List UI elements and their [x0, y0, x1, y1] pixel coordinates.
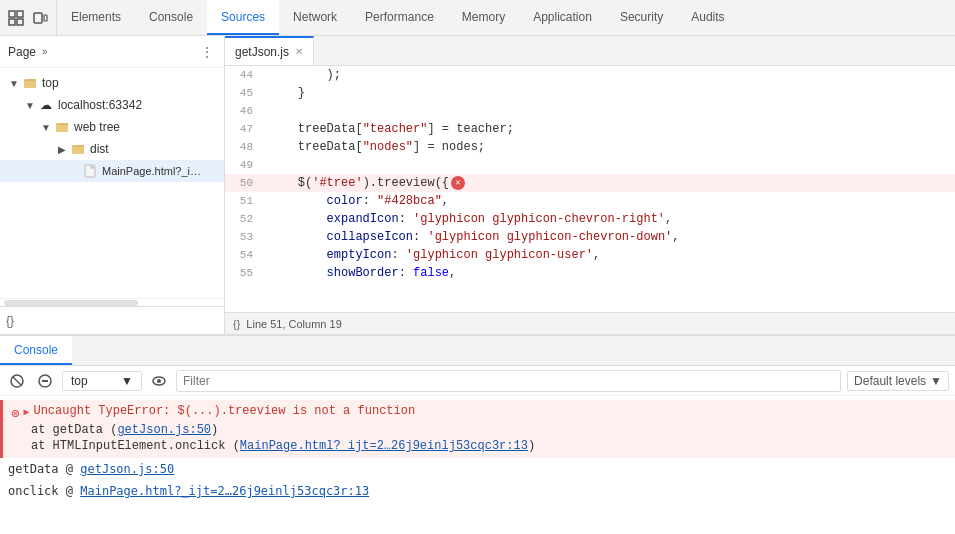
- sidebar-action-icons: ⋮: [198, 43, 216, 61]
- getjson-link-1[interactable]: getJson.js:50: [117, 423, 211, 437]
- sidebar-bottom: {}: [0, 306, 224, 334]
- console-tab-console[interactable]: Console: [0, 336, 72, 365]
- error-stack-line-1: at getData (getJson.js:50): [31, 422, 947, 438]
- mainpage-link-1[interactable]: MainPage.html?_ijt=2…26j9einlj53cqc3r:13: [240, 439, 528, 453]
- console-filter-input[interactable]: [176, 370, 841, 392]
- status-text: Line 51, Column 19: [246, 318, 341, 330]
- tab-console[interactable]: Console: [135, 0, 207, 35]
- console-tab-label: Console: [14, 343, 58, 357]
- code-line-45: 45 }: [225, 84, 955, 102]
- footer-prefix-1: getData @: [8, 462, 80, 476]
- tab-sources[interactable]: Sources: [207, 0, 279, 35]
- tree-label-dist: dist: [90, 142, 109, 156]
- context-select-label: top: [71, 374, 88, 388]
- console-footer-line-2: onclick @ MainPage.html?_ijt=2…26j9einlj…: [0, 480, 955, 502]
- inspect-icon[interactable]: [6, 8, 26, 28]
- code-line-52: 52 expandIcon: 'glyphicon glyphicon-chev…: [225, 210, 955, 228]
- error-header: ⊗ ▶ Uncaught TypeError: $(...).treeview …: [11, 404, 947, 422]
- footer-link-1[interactable]: getJson.js:50: [80, 462, 174, 476]
- code-line-44: 44 );: [225, 66, 955, 84]
- tab-close-icon[interactable]: ✕: [295, 46, 303, 57]
- footer-prefix-2: onclick @: [8, 484, 80, 498]
- tab-security[interactable]: Security: [606, 0, 677, 35]
- svg-rect-4: [34, 13, 42, 23]
- tree-label-top: top: [42, 76, 59, 90]
- tab-elements[interactable]: Elements: [57, 0, 135, 35]
- code-editor[interactable]: 44 ); 45 } 46 47 treeData["teacher"] = t…: [225, 66, 955, 312]
- context-select-arrow: ▼: [121, 374, 133, 388]
- file-tree: ▼ top ▼ ☁ localhost:63342 ▼ web tr: [0, 68, 224, 298]
- stack-line-1-text: at getData (getJson.js:50): [31, 423, 218, 437]
- sidebar-chevron-icon: »: [42, 46, 48, 57]
- code-line-49: 49: [225, 156, 955, 174]
- footer-link-2[interactable]: MainPage.html?_ijt=2…26j9einlj53cqc3r:13: [80, 484, 369, 498]
- console-level-label: Default levels: [854, 374, 926, 388]
- console-error-block: ⊗ ▶ Uncaught TypeError: $(...).treeview …: [0, 400, 955, 458]
- tab-network[interactable]: Network: [279, 0, 351, 35]
- code-line-46: 46: [225, 102, 955, 120]
- console-stop-button[interactable]: [34, 370, 56, 392]
- tree-item-localhost[interactable]: ▼ ☁ localhost:63342: [0, 94, 224, 116]
- folder-icon-top: [22, 75, 38, 91]
- tree-label-web-tree: web tree: [74, 120, 120, 134]
- svg-rect-5: [44, 15, 47, 21]
- sidebar-header: Page » ⋮: [0, 36, 224, 68]
- editor-tab-label: getJson.js: [235, 45, 289, 59]
- error-stack-line-2: at HTMLInputElement.onclick (MainPage.ht…: [31, 438, 947, 454]
- code-line-51: 51 color: "#428bca",: [225, 192, 955, 210]
- svg-rect-3: [17, 19, 23, 25]
- editor-tab-getjson[interactable]: getJson.js ✕: [225, 36, 314, 65]
- editor-tabs: getJson.js ✕: [225, 36, 955, 66]
- code-line-54: 54 emptyIcon: 'glyphicon glyphicon-user'…: [225, 246, 955, 264]
- file-icon-mainpage: [82, 163, 98, 179]
- tab-memory[interactable]: Memory: [448, 0, 519, 35]
- console-footer-line-1: getData @ getJson.js:50: [0, 458, 955, 480]
- tab-audits[interactable]: Audits: [677, 0, 738, 35]
- console-content: ⊗ ▶ Uncaught TypeError: $(...).treeview …: [0, 396, 955, 534]
- tree-arrow-dist: ▶: [56, 143, 68, 155]
- console-panel: Console top ▼ Default levels ▼ ⊗ ▶ Uncau…: [0, 334, 955, 534]
- svg-rect-1: [17, 11, 23, 17]
- sidebar-page-label: Page: [8, 45, 36, 59]
- console-eye-button[interactable]: [148, 370, 170, 392]
- main-content: Page » ⋮ ▼ top ▼ ☁ localhost:6: [0, 36, 955, 334]
- sidebar-header-left: Page »: [8, 45, 48, 59]
- folder-icon-dist: [70, 141, 86, 157]
- tree-label-localhost: localhost:63342: [58, 98, 142, 112]
- code-line-55: 55 showBorder: false,: [225, 264, 955, 282]
- error-message: Uncaught TypeError: $(...).treeview is n…: [33, 404, 415, 418]
- tree-item-top[interactable]: ▼ top: [0, 72, 224, 94]
- svg-rect-2: [9, 19, 15, 25]
- cloud-icon-localhost: ☁: [38, 97, 54, 113]
- code-line-47: 47 treeData["teacher"] = teacher;: [225, 120, 955, 138]
- device-icon[interactable]: [30, 8, 50, 28]
- tree-item-mainpage[interactable]: ▶ MainPage.html?_i…: [0, 160, 224, 182]
- error-dot-icon: ✕: [451, 176, 465, 190]
- code-line-48: 48 treeData["nodes"] = nodes;: [225, 138, 955, 156]
- tree-arrow-localhost: ▼: [24, 99, 36, 111]
- svg-line-11: [13, 377, 21, 385]
- tree-arrow-top: ▼: [8, 77, 20, 89]
- sidebar-more-icon[interactable]: ⋮: [198, 43, 216, 61]
- top-tab-bar: Elements Console Sources Network Perform…: [0, 0, 955, 36]
- console-tabs: Console: [0, 336, 955, 366]
- console-context-select[interactable]: top ▼: [62, 371, 142, 391]
- console-clear-button[interactable]: [6, 370, 28, 392]
- tab-application[interactable]: Application: [519, 0, 606, 35]
- editor-area: getJson.js ✕ 44 ); 45 } 46: [225, 36, 955, 334]
- console-level-select[interactable]: Default levels ▼: [847, 371, 949, 391]
- devtools-icons: [0, 0, 57, 35]
- status-bar: {} Line 51, Column 19: [225, 312, 955, 334]
- code-line-50: 50 $('#tree').treeview({✕: [225, 174, 955, 192]
- svg-point-15: [157, 379, 161, 383]
- sidebar-bottom-braces-icon: {}: [6, 314, 14, 328]
- error-circle-icon: ⊗: [11, 405, 19, 422]
- tree-item-dist[interactable]: ▶ dist: [0, 138, 224, 160]
- sidebar: Page » ⋮ ▼ top ▼ ☁ localhost:6: [0, 36, 225, 334]
- error-stack: at getData (getJson.js:50) at HTMLInputE…: [11, 422, 947, 454]
- tab-performance[interactable]: Performance: [351, 0, 448, 35]
- svg-rect-0: [9, 11, 15, 17]
- status-braces-icon: {}: [233, 318, 240, 330]
- folder-icon-web-tree: [54, 119, 70, 135]
- tree-item-web-tree[interactable]: ▼ web tree: [0, 116, 224, 138]
